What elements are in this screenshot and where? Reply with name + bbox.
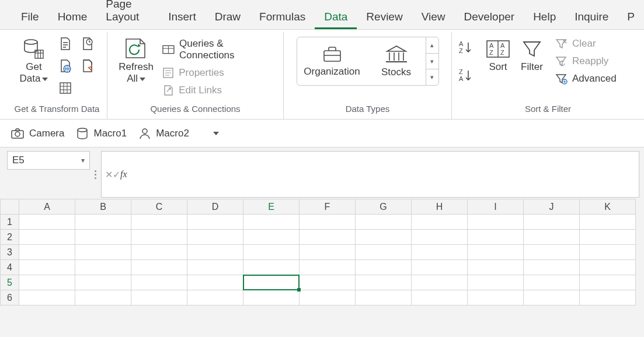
refresh-all-button[interactable]: Refresh All (114, 34, 158, 85)
formula-input[interactable] (127, 153, 639, 169)
cell[interactable] (300, 275, 356, 290)
sort-ascending-button[interactable]: AZ (459, 40, 475, 58)
datatype-stocks-button[interactable]: Stocks (367, 37, 426, 85)
filter-button[interactable]: Filter (515, 34, 549, 73)
cell[interactable] (524, 275, 580, 290)
tab-draw[interactable]: Draw (206, 3, 250, 29)
cancel-formula-button[interactable]: ✕ (105, 169, 113, 180)
column-header[interactable]: I (468, 199, 524, 215)
macro2-button[interactable]: Macro2 (138, 127, 189, 140)
row-header[interactable]: 6 (1, 290, 19, 306)
select-all-corner[interactable] (1, 199, 19, 215)
cell[interactable] (187, 215, 243, 230)
cell[interactable] (187, 275, 243, 290)
edit-links-button[interactable]: Edit Links (162, 85, 276, 96)
cell[interactable] (524, 290, 580, 306)
cell[interactable] (243, 215, 300, 230)
cell[interactable] (412, 230, 468, 245)
insert-function-button[interactable]: fx (120, 169, 127, 180)
column-header[interactable]: J (524, 199, 580, 215)
cell[interactable] (580, 215, 636, 230)
cell[interactable] (412, 275, 468, 290)
cell[interactable] (75, 260, 131, 275)
cell[interactable] (187, 290, 243, 306)
column-header[interactable]: G (356, 199, 412, 215)
cell[interactable] (300, 215, 356, 230)
column-header[interactable]: B (75, 199, 131, 215)
tab-more[interactable]: P (618, 3, 644, 29)
name-box[interactable]: E5 ▾ (7, 151, 90, 170)
tab-help[interactable]: Help (524, 3, 565, 29)
cell[interactable] (524, 215, 580, 230)
from-text-csv-button[interactable] (56, 34, 75, 53)
cell[interactable] (468, 290, 524, 306)
tab-data[interactable]: Data (315, 3, 357, 29)
clear-filter-button[interactable]: Clear (555, 38, 617, 50)
cell[interactable] (131, 275, 187, 290)
cell[interactable] (412, 290, 468, 306)
cell[interactable] (356, 245, 412, 260)
cell[interactable] (580, 230, 636, 245)
recent-sources-button[interactable] (78, 34, 97, 53)
cell[interactable] (356, 275, 412, 290)
cell[interactable] (243, 290, 300, 306)
cell[interactable] (243, 230, 300, 245)
cell[interactable] (412, 260, 468, 275)
row-header[interactable]: 2 (1, 230, 19, 245)
tab-formulas[interactable]: Formulas (250, 3, 315, 29)
cell[interactable] (412, 245, 468, 260)
cell[interactable] (524, 260, 580, 275)
enter-formula-button[interactable]: ✓ (113, 169, 120, 180)
column-header[interactable]: H (412, 199, 468, 215)
spreadsheet-grid[interactable]: ABCDEFGHIJK123456 (0, 199, 644, 306)
cell[interactable] (300, 260, 356, 275)
cell[interactable] (412, 215, 468, 230)
camera-button[interactable]: Camera (11, 128, 64, 139)
column-header[interactable]: A (19, 199, 75, 215)
datatype-gallery-expand[interactable]: ▾ (426, 69, 438, 85)
cell[interactable] (300, 230, 356, 245)
tab-inquire[interactable]: Inquire (565, 3, 618, 29)
cell[interactable] (131, 290, 187, 306)
sort-button[interactable]: AZ AZ Sort (481, 34, 515, 73)
cell[interactable] (75, 245, 131, 260)
cell[interactable] (356, 215, 412, 230)
tab-developer[interactable]: Developer (455, 3, 524, 29)
cell[interactable] (187, 245, 243, 260)
cell[interactable] (75, 230, 131, 245)
cell[interactable] (468, 230, 524, 245)
column-header[interactable]: K (580, 199, 636, 215)
get-data-button[interactable]: Get Data (14, 34, 54, 85)
row-header[interactable]: 5 (1, 275, 19, 290)
row-header[interactable]: 3 (1, 245, 19, 260)
cell[interactable] (300, 290, 356, 306)
cell[interactable] (468, 260, 524, 275)
cell[interactable] (580, 290, 636, 306)
cell[interactable] (75, 215, 131, 230)
from-web-button[interactable] (56, 57, 75, 75)
cell[interactable] (187, 230, 243, 245)
datatype-organization-button[interactable]: Organization (297, 37, 367, 85)
cell[interactable] (19, 215, 75, 230)
cell[interactable] (243, 245, 300, 260)
cell[interactable] (524, 230, 580, 245)
column-header[interactable]: E (243, 199, 300, 215)
cell[interactable] (243, 260, 300, 275)
cell[interactable] (356, 260, 412, 275)
column-header[interactable]: F (300, 199, 356, 215)
tab-pagelayout[interactable]: Page Layout (96, 0, 159, 29)
cell[interactable] (131, 215, 187, 230)
row-header[interactable]: 4 (1, 260, 19, 275)
cell[interactable] (19, 245, 75, 260)
cell[interactable] (356, 290, 412, 306)
cell[interactable] (300, 245, 356, 260)
column-header[interactable]: C (131, 199, 187, 215)
cell[interactable] (187, 260, 243, 275)
cell[interactable] (468, 215, 524, 230)
tab-file[interactable]: File (12, 3, 48, 29)
cell[interactable] (131, 230, 187, 245)
tab-home[interactable]: Home (48, 3, 97, 29)
cell[interactable] (19, 230, 75, 245)
cell[interactable] (580, 245, 636, 260)
cell[interactable] (580, 275, 636, 290)
